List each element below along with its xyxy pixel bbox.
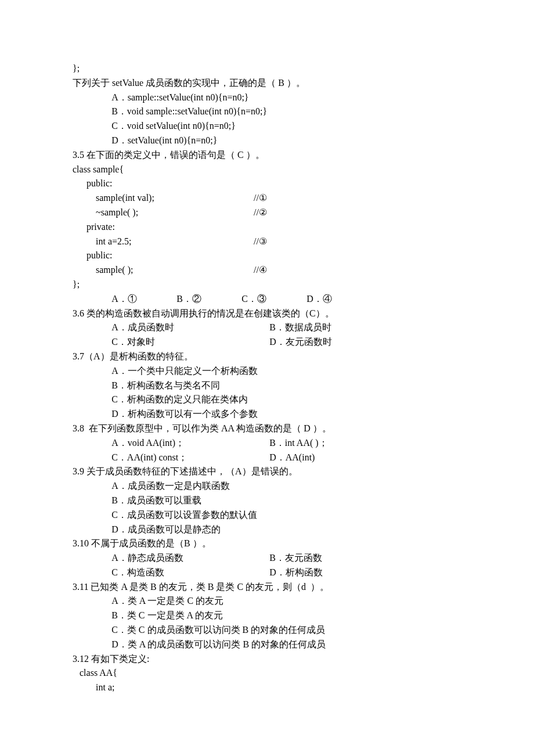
option-c: C．类 C 的成员函数可以访问类 B 的对象的任何成员	[73, 623, 461, 638]
code-line: };	[73, 278, 461, 292]
option-b: B．②	[176, 292, 241, 307]
option-c: C．AA(int) const；	[111, 451, 269, 465]
code-line: };	[73, 62, 461, 76]
question-3-12: 3.12 有如下类定义:	[73, 652, 461, 667]
option-row: C．对象时 D．友元函数时	[73, 335, 461, 350]
option-row: A．成员函数时 B．数据成员时	[73, 321, 461, 335]
option-a: A．sample::setValue(int n0){n=n0;}	[73, 91, 461, 105]
option-d: D．友元函数时	[269, 335, 461, 350]
option-c: C．构造函数	[111, 566, 269, 580]
document-page: }; 下列关于 setValue 成员函数的实现中，正确的是（ B ）。 A．s…	[0, 0, 534, 756]
question-3-8: 3.8 在下列函数原型中，可以作为类 AA 构造函数的是（ D ）。	[73, 422, 461, 436]
option-c: C．析构函数的定义只能在类体内	[73, 393, 461, 407]
option-a: A．成员函数时	[111, 321, 269, 335]
question-3-10: 3.10 不属于成员函数的是（B ）。	[73, 537, 461, 551]
option-a: A．成员函数一定是内联函数	[73, 479, 461, 494]
option-d: D．析构函数可以有一个或多个参数	[73, 407, 461, 422]
code-comment: //④	[254, 263, 461, 278]
option-d: D．类 A 的成员函数可以访问类 B 的对象的任何成员	[73, 638, 461, 652]
question-3-5: 3.5 在下面的类定义中，错误的语句是（ C ）。	[73, 148, 461, 163]
code-line: ~sample( ); //②	[73, 206, 461, 220]
option-c: C．③	[241, 292, 306, 307]
option-a: A．①	[111, 292, 176, 307]
option-b: B．友元函数	[269, 551, 461, 566]
question-3-9: 3.9 关于成员函数特征的下述描述中，（A）是错误的。	[73, 465, 461, 479]
code-line: int a;	[73, 681, 461, 695]
code-line: private:	[73, 220, 461, 235]
code-text: sample(int val);	[96, 191, 254, 206]
option-b: B．析构函数名与类名不同	[73, 379, 461, 393]
code-line: class sample{	[73, 163, 461, 177]
code-text: int a=2.5;	[96, 235, 254, 249]
option-a: A．void AA(int)；	[111, 436, 269, 451]
question-stem: 下列关于 setValue 成员函数的实现中，正确的是（ B ）。	[73, 76, 461, 91]
option-row: C．AA(int) const； D．AA(int)	[73, 451, 461, 465]
option-a: A．类 A 一定是类 C 的友元	[73, 594, 461, 609]
question-3-6: 3.6 类的构造函数被自动调用执行的情况是在创建该类的（C）。	[73, 307, 461, 321]
option-row: A．静态成员函数 B．友元函数	[73, 551, 461, 566]
option-row: A．void AA(int)； B．int AA( )；	[73, 436, 461, 451]
option-b: B．void sample::setValue(int n0){n=n0;}	[73, 105, 461, 119]
option-b: B．成员函数可以重载	[73, 494, 461, 508]
code-line: sample( ); //④	[73, 263, 461, 278]
code-line: sample(int val); //①	[73, 191, 461, 206]
option-d: D．④	[306, 292, 371, 307]
question-3-7: 3.7（A）是析构函数的特征。	[73, 350, 461, 364]
option-b: B．int AA( )；	[269, 436, 461, 451]
code-line: int a=2.5; //③	[73, 235, 461, 249]
option-b: B．类 C 一定是类 A 的友元	[73, 609, 461, 623]
code-line: public:	[73, 249, 461, 263]
option-a: A．一个类中只能定义一个析构函数	[73, 364, 461, 379]
code-comment: //②	[254, 206, 461, 220]
code-text: sample( );	[96, 263, 254, 278]
option-row: C．构造函数 D．析构函数	[73, 566, 461, 580]
option-c: C．void setValue(int n0){n=n0;}	[73, 119, 461, 134]
code-text: ~sample( );	[96, 206, 254, 220]
option-d: D．setValue(int n0){n=n0;}	[73, 134, 461, 148]
option-d: D．AA(int)	[269, 451, 461, 465]
code-comment: //③	[254, 235, 461, 249]
code-comment: //①	[254, 191, 461, 206]
option-b: B．数据成员时	[269, 321, 461, 335]
question-3-11: 3.11 已知类 A 是类 B 的友元，类 B 是类 C 的友元，则（d ）。	[73, 580, 461, 595]
option-c: C．成员函数可以设置参数的默认值	[73, 508, 461, 523]
code-line: class AA{	[73, 666, 461, 681]
option-c: C．对象时	[111, 335, 269, 350]
option-d: D．析构函数	[269, 566, 461, 580]
option-a: A．静态成员函数	[111, 551, 269, 566]
option-d: D．成员函数可以是静态的	[73, 523, 461, 537]
option-row: A．① B．② C．③ D．④	[73, 292, 461, 307]
code-line: public:	[73, 177, 461, 191]
